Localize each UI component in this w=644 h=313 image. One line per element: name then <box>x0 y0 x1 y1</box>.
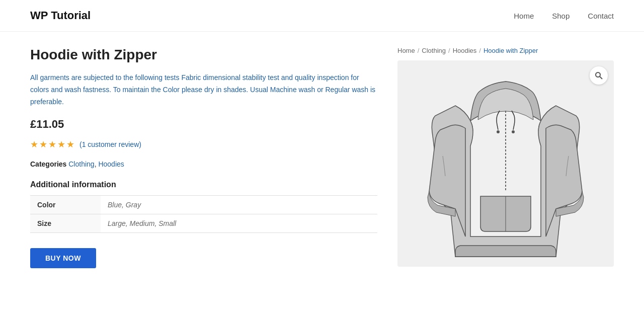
attribute-value-size: Large, Medium, Small <box>101 214 377 233</box>
product-image-container <box>397 60 614 267</box>
category-clothing[interactable]: Clothing <box>68 160 94 168</box>
site-header: WP Tutorial Home Shop Contact <box>0 0 644 32</box>
site-title: WP Tutorial <box>30 9 91 22</box>
product-image-panel: Home / Clothing / Hoodies / Hoodie with … <box>397 47 614 268</box>
star-rating: ★★★★★ <box>30 139 75 150</box>
nav-contact[interactable]: Contact <box>588 12 614 20</box>
table-row: Size Large, Medium, Small <box>30 214 377 233</box>
buy-now-button[interactable]: BUY NOW <box>30 248 96 268</box>
svg-point-3 <box>512 130 515 133</box>
search-icon <box>595 71 603 80</box>
categories-label: Categories <box>30 160 66 168</box>
breadcrumb: Home / Clothing / Hoodies / Hoodie with … <box>397 47 614 54</box>
additional-info-title: Additional information <box>30 180 377 189</box>
breadcrumb-current: Hoodie with Zipper <box>484 47 538 54</box>
attribute-value-color: Blue, Gray <box>101 196 377 214</box>
breadcrumb-home[interactable]: Home <box>397 47 415 54</box>
breadcrumb-clothing[interactable]: Clothing <box>422 47 446 54</box>
nav-shop[interactable]: Shop <box>552 12 570 20</box>
main-content: Hoodie with Zipper All garments are subj… <box>0 32 644 298</box>
zoom-button[interactable] <box>590 66 608 85</box>
attribute-name-color: Color <box>30 196 101 214</box>
category-hoodies[interactable]: Hoodies <box>98 160 124 168</box>
main-nav: Home Shop Contact <box>514 12 614 20</box>
breadcrumb-hoodies[interactable]: Hoodies <box>453 47 477 54</box>
nav-home[interactable]: Home <box>514 12 534 20</box>
product-image <box>425 65 586 262</box>
product-title: Hoodie with Zipper <box>30 47 377 63</box>
product-info: Hoodie with Zipper All garments are subj… <box>30 47 377 268</box>
svg-point-2 <box>497 130 500 133</box>
attributes-table: Color Blue, Gray Size Large, Medium, Sma… <box>30 195 377 233</box>
review-link[interactable]: (1 customer review) <box>79 140 141 148</box>
table-row: Color Blue, Gray <box>30 196 377 214</box>
svg-line-1 <box>600 76 602 79</box>
rating-row: ★★★★★ (1 customer review) <box>30 139 377 150</box>
product-price: £11.05 <box>30 118 377 131</box>
categories-row: Categories Clothing, Hoodies <box>30 160 377 168</box>
svg-point-0 <box>596 72 600 77</box>
attribute-name-size: Size <box>30 214 101 233</box>
product-description: All garments are subjected to the follow… <box>30 72 377 108</box>
